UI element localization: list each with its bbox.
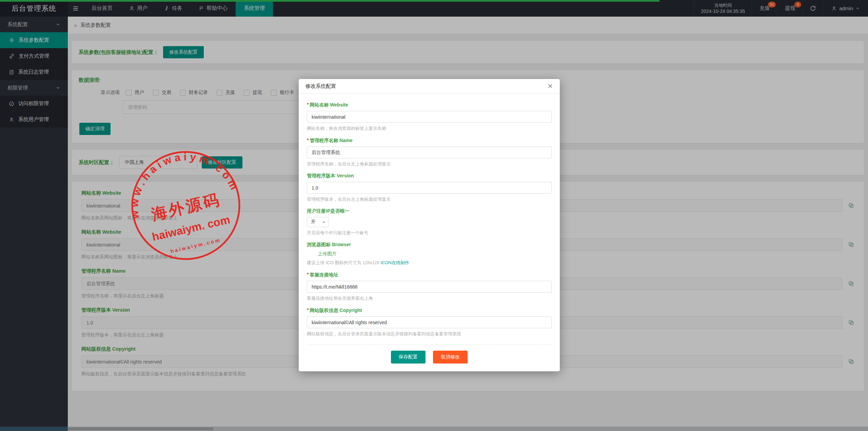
required-asterisk: * xyxy=(307,307,309,313)
modal-copyright-input[interactable] xyxy=(307,316,552,328)
modal-field-service-url: *客服连接地址 客服连接地址用在充值界面右上角 xyxy=(307,272,552,301)
close-icon[interactable]: ✕ xyxy=(547,83,553,90)
admin-screen: 后台管理系统 后台首页 用户 任务 帮助中心 系统管理 当地时间 2024-10 xyxy=(0,0,868,431)
modal-field-copyright: *网站版权信息 Copyright 网站版权信息，在后台登录页面显示版本信息并链… xyxy=(307,307,552,337)
modal-title: 修改系统配置 xyxy=(305,83,336,90)
icon-maker-link[interactable]: ICON在线制作 xyxy=(380,260,409,265)
ip-unique-value: 开 xyxy=(311,219,316,225)
required-asterisk: * xyxy=(307,102,309,107)
modal-field-ip-unique: 用户注册IP是否唯一 开 开启后每个IP只能注册一个账号 xyxy=(307,208,552,236)
modal-field-version: 管理程序版本 Version 管理程序版本，在后台左上角标题处理显示 xyxy=(307,173,552,202)
upload-image-link[interactable]: 上传图片 xyxy=(318,251,337,257)
modal-service-url-input[interactable] xyxy=(307,281,552,293)
modal-field-website: *网站名称 Website 网站名称，将在浏览器的标签上显示名称 xyxy=(307,102,552,132)
save-config-button[interactable]: 保存配置 xyxy=(391,351,426,364)
cancel-modify-button[interactable]: 取消修改 xyxy=(433,351,468,364)
modify-config-modal: 修改系统配置 ✕ *网站名称 Website 网站名称，将在浏览器的标签上显示名… xyxy=(299,79,560,371)
modal-version-input[interactable] xyxy=(307,182,552,194)
chevron-down-icon xyxy=(322,220,326,224)
modal-footer: 保存配置 取消修改 xyxy=(307,345,552,371)
required-asterisk: * xyxy=(307,272,309,277)
modal-field-browser-icon: 浏览器图标 Browser 上传图片 建议上传 ICO 图标的尺寸为 128x1… xyxy=(307,242,552,266)
modal-website-input[interactable] xyxy=(307,111,552,123)
modal-admin-name-input[interactable] xyxy=(307,146,552,158)
modal-body: *网站名称 Website 网站名称，将在浏览器的标签上显示名称 *管理程序名称… xyxy=(299,94,560,371)
modal-header: 修改系统配置 ✕ xyxy=(299,79,560,94)
ip-unique-select[interactable]: 开 xyxy=(307,217,329,227)
modal-field-admin-name: *管理程序名称 Name 管理程序名称，在后台左上角标题处理显示 xyxy=(307,137,552,167)
required-asterisk: * xyxy=(307,137,309,143)
